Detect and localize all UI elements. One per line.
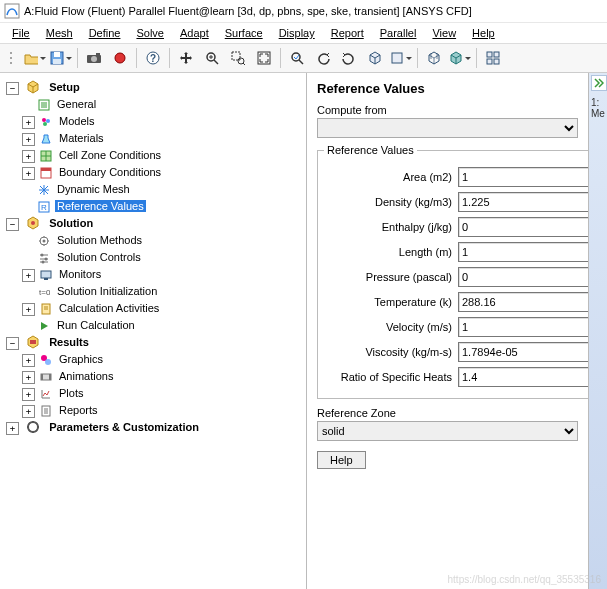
expand-icon[interactable]: +: [22, 133, 35, 146]
tree-initialization[interactable]: t=0Solution Initialization: [22, 283, 304, 300]
compute-from-label: Compute from: [317, 104, 578, 116]
tree-graphics[interactable]: +Graphics: [22, 351, 304, 368]
view-cube-icon[interactable]: [363, 46, 387, 70]
arrange-icon[interactable]: [481, 46, 505, 70]
tree-materials[interactable]: +Materials: [22, 130, 304, 147]
compute-from-select[interactable]: [317, 118, 578, 138]
temperature-input[interactable]: [458, 292, 588, 312]
reference-zone-select[interactable]: solid: [317, 421, 578, 441]
menu-surface[interactable]: Surface: [217, 25, 271, 41]
menu-solve[interactable]: Solve: [128, 25, 172, 41]
expand-icon[interactable]: +: [22, 150, 35, 163]
viscosity-input[interactable]: [458, 342, 588, 362]
menu-parallel[interactable]: Parallel: [372, 25, 425, 41]
view-front-icon[interactable]: [389, 46, 413, 70]
enthalpy-label: Enthalpy (j/kg): [324, 221, 458, 233]
svg-point-32: [42, 118, 46, 122]
tree-boundary[interactable]: +Boundary Conditions: [22, 164, 304, 181]
collapse-icon[interactable]: −: [6, 82, 19, 95]
tree-run[interactable]: Run Calculation: [22, 317, 304, 334]
menu-mesh[interactable]: Mesh: [38, 25, 81, 41]
toolbar: ?: [0, 44, 607, 73]
tree-refvalues[interactable]: RReference Values: [22, 198, 304, 215]
tree-calcactivities[interactable]: +Calculation Activities: [22, 300, 304, 317]
tree-animations[interactable]: +Animations: [22, 368, 304, 385]
expand-icon[interactable]: +: [22, 167, 35, 180]
tree-results[interactable]: − Results +Graphics +Animations +Plots +…: [6, 334, 304, 419]
viewport-handle-icon[interactable]: [591, 75, 607, 91]
panel-title: Reference Values: [317, 81, 578, 96]
collapse-icon[interactable]: −: [6, 337, 19, 350]
expand-icon[interactable]: +: [22, 269, 35, 282]
reference-values-legend: Reference Values: [324, 144, 417, 156]
menu-file[interactable]: File: [4, 25, 38, 41]
record-icon[interactable]: [108, 46, 132, 70]
menu-help[interactable]: Help: [464, 25, 503, 41]
help-button[interactable]: Help: [317, 451, 366, 469]
tree-parameters[interactable]: + Parameters & Customization: [6, 419, 304, 436]
tree-setup[interactable]: − Setup General +Models +Materials +Cell…: [6, 79, 304, 215]
density-input[interactable]: [458, 192, 588, 212]
expand-icon[interactable]: +: [22, 405, 35, 418]
svg-rect-27: [494, 59, 499, 64]
tree-plots[interactable]: +Plots: [22, 385, 304, 402]
monitors-icon: [38, 267, 54, 283]
expand-icon[interactable]: +: [22, 388, 35, 401]
zoom-in-icon[interactable]: [200, 46, 224, 70]
tree-models[interactable]: +Models: [22, 113, 304, 130]
tree-reports[interactable]: +Reports: [22, 402, 304, 419]
toolbar-handle-icon[interactable]: [3, 46, 21, 70]
parameters-icon: [25, 419, 41, 435]
graphics-icon: [38, 352, 54, 368]
menu-define[interactable]: Define: [81, 25, 129, 41]
pan-icon[interactable]: [174, 46, 198, 70]
zoom-box-icon[interactable]: [226, 46, 250, 70]
tree-cellzone[interactable]: +Cell Zone Conditions: [22, 147, 304, 164]
svg-rect-61: [41, 374, 43, 380]
rotate-ccw-icon[interactable]: [311, 46, 335, 70]
navigation-tree[interactable]: − Setup General +Models +Materials +Cell…: [0, 73, 307, 589]
area-input[interactable]: [458, 167, 588, 187]
camera-icon[interactable]: [82, 46, 106, 70]
pressure-input[interactable]: [458, 267, 588, 287]
fit-icon[interactable]: [252, 46, 276, 70]
svg-rect-51: [41, 271, 51, 278]
expand-icon[interactable]: +: [22, 116, 35, 129]
menu-adapt[interactable]: Adapt: [172, 25, 217, 41]
expand-icon[interactable]: +: [22, 354, 35, 367]
tree-general[interactable]: General: [22, 96, 304, 113]
svg-rect-24: [487, 52, 492, 57]
density-label: Density (kg/m3): [324, 196, 458, 208]
rotate-cw-icon[interactable]: [337, 46, 361, 70]
velocity-input[interactable]: [458, 317, 588, 337]
menu-view[interactable]: View: [424, 25, 464, 41]
ratio-input[interactable]: [458, 367, 588, 387]
save-file-icon[interactable]: [49, 46, 73, 70]
tree-solution[interactable]: − Solution Solution Methods Solution Con…: [6, 215, 304, 334]
collapse-icon[interactable]: −: [6, 218, 19, 231]
tree-dynamicmesh[interactable]: Dynamic Mesh: [22, 181, 304, 198]
open-file-icon[interactable]: [23, 46, 47, 70]
display-mesh-icon[interactable]: [422, 46, 446, 70]
help-icon[interactable]: ?: [141, 46, 165, 70]
enthalpy-input[interactable]: [458, 217, 588, 237]
menu-display[interactable]: Display: [271, 25, 323, 41]
svg-line-22: [299, 60, 303, 64]
tree-methods[interactable]: Solution Methods: [22, 232, 304, 249]
expand-icon[interactable]: +: [22, 371, 35, 384]
pressure-label: Pressure (pascal): [324, 271, 458, 283]
reference-values-panel: Reference Values Compute from Reference …: [307, 73, 588, 589]
tree-monitors[interactable]: +Monitors: [22, 266, 304, 283]
reports-icon: [38, 403, 54, 419]
results-icon: [25, 334, 41, 350]
tree-controls[interactable]: Solution Controls: [22, 249, 304, 266]
app-icon: [4, 3, 20, 19]
svg-rect-23: [392, 53, 402, 63]
expand-icon[interactable]: +: [22, 303, 35, 316]
display-solid-icon[interactable]: [448, 46, 472, 70]
menu-report[interactable]: Report: [323, 25, 372, 41]
probe-icon[interactable]: [285, 46, 309, 70]
viewport-tab-label[interactable]: 1: Me: [589, 97, 607, 119]
expand-icon[interactable]: +: [6, 422, 19, 435]
length-input[interactable]: [458, 242, 588, 262]
